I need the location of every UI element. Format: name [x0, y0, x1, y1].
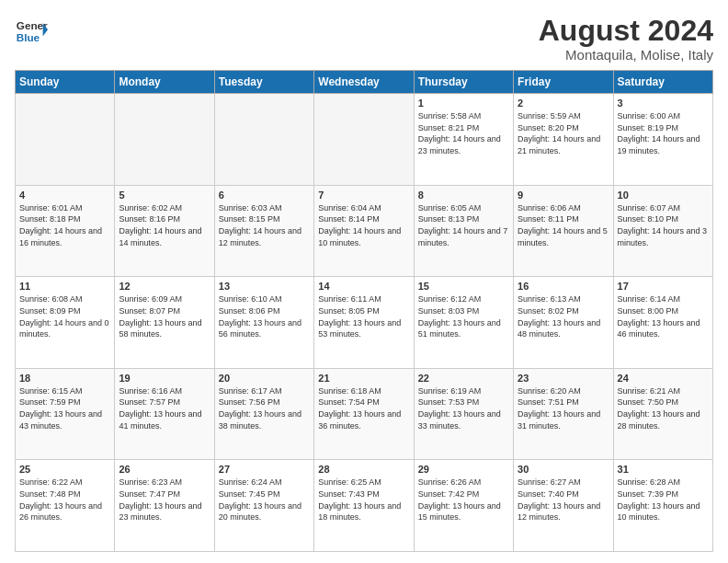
day-number: 24: [618, 373, 709, 384]
day-info: Sunrise: 6:20 AM Sunset: 7:51 PM Dayligh…: [518, 385, 609, 431]
day-number: 12: [119, 281, 210, 292]
header-monday: Monday: [115, 71, 214, 94]
calendar-cell: 20Sunrise: 6:17 AM Sunset: 7:56 PM Dayli…: [214, 368, 313, 460]
logo-icon: General Blue: [15, 15, 48, 48]
calendar-cell: 2Sunrise: 5:59 AM Sunset: 8:20 PM Daylig…: [514, 94, 613, 186]
day-number: 31: [618, 464, 709, 475]
calendar-cell: 12Sunrise: 6:09 AM Sunset: 8:07 PM Dayli…: [115, 277, 214, 369]
calendar-cell: [214, 94, 313, 186]
day-number: 5: [119, 190, 210, 201]
calendar-cell: 25Sunrise: 6:22 AM Sunset: 7:48 PM Dayli…: [16, 460, 115, 552]
calendar-cell: 3Sunrise: 6:00 AM Sunset: 8:19 PM Daylig…: [613, 94, 712, 186]
day-info: Sunrise: 6:08 AM Sunset: 8:09 PM Dayligh…: [19, 293, 110, 339]
day-number: 29: [418, 464, 509, 475]
day-number: 25: [19, 464, 110, 475]
day-info: Sunrise: 6:22 AM Sunset: 7:48 PM Dayligh…: [19, 477, 110, 523]
day-number: 17: [618, 281, 709, 292]
day-info: Sunrise: 6:21 AM Sunset: 7:50 PM Dayligh…: [618, 385, 709, 431]
svg-text:Blue: Blue: [17, 31, 40, 43]
day-number: 9: [518, 190, 609, 201]
title-block: August 2024 Montaquila, Molise, Italy: [539, 15, 713, 63]
header-sunday: Sunday: [16, 71, 115, 94]
calendar-cell: 30Sunrise: 6:27 AM Sunset: 7:40 PM Dayli…: [514, 460, 613, 552]
calendar-cell: 26Sunrise: 6:23 AM Sunset: 7:47 PM Dayli…: [115, 460, 214, 552]
header-thursday: Thursday: [414, 71, 513, 94]
day-number: 16: [518, 281, 609, 292]
calendar-cell: 27Sunrise: 6:24 AM Sunset: 7:45 PM Dayli…: [214, 460, 313, 552]
day-info: Sunrise: 6:24 AM Sunset: 7:45 PM Dayligh…: [219, 477, 310, 523]
calendar-cell: 18Sunrise: 6:15 AM Sunset: 7:59 PM Dayli…: [16, 368, 115, 460]
day-info: Sunrise: 6:02 AM Sunset: 8:16 PM Dayligh…: [119, 202, 210, 248]
calendar-cell: 19Sunrise: 6:16 AM Sunset: 7:57 PM Dayli…: [115, 368, 214, 460]
calendar-cell: 14Sunrise: 6:11 AM Sunset: 8:05 PM Dayli…: [314, 277, 414, 369]
day-info: Sunrise: 6:10 AM Sunset: 8:06 PM Dayligh…: [219, 293, 310, 339]
day-number: 10: [618, 190, 709, 201]
day-number: 8: [418, 190, 509, 201]
day-number: 11: [19, 281, 110, 292]
day-info: Sunrise: 6:06 AM Sunset: 8:11 PM Dayligh…: [518, 202, 609, 248]
day-info: Sunrise: 5:58 AM Sunset: 8:21 PM Dayligh…: [418, 110, 509, 156]
calendar-cell: 15Sunrise: 6:12 AM Sunset: 8:03 PM Dayli…: [414, 277, 513, 369]
day-number: 19: [119, 373, 210, 384]
calendar-table: Sunday Monday Tuesday Wednesday Thursday…: [15, 70, 713, 552]
calendar-week-2: 4Sunrise: 6:01 AM Sunset: 8:18 PM Daylig…: [16, 185, 713, 277]
calendar-cell: 21Sunrise: 6:18 AM Sunset: 7:54 PM Dayli…: [314, 368, 414, 460]
day-number: 22: [418, 373, 509, 384]
calendar-cell: 24Sunrise: 6:21 AM Sunset: 7:50 PM Dayli…: [613, 368, 712, 460]
calendar-cell: 10Sunrise: 6:07 AM Sunset: 8:10 PM Dayli…: [613, 185, 712, 277]
calendar-cell: 23Sunrise: 6:20 AM Sunset: 7:51 PM Dayli…: [514, 368, 613, 460]
calendar-cell: [115, 94, 214, 186]
day-number: 7: [318, 190, 409, 201]
calendar-cell: 31Sunrise: 6:28 AM Sunset: 7:39 PM Dayli…: [613, 460, 712, 552]
calendar-cell: 7Sunrise: 6:04 AM Sunset: 8:14 PM Daylig…: [314, 185, 414, 277]
calendar-cell: 11Sunrise: 6:08 AM Sunset: 8:09 PM Dayli…: [16, 277, 115, 369]
calendar-week-1: 1Sunrise: 5:58 AM Sunset: 8:21 PM Daylig…: [16, 94, 713, 186]
day-info: Sunrise: 6:01 AM Sunset: 8:18 PM Dayligh…: [19, 202, 110, 248]
header-wednesday: Wednesday: [314, 71, 414, 94]
calendar-cell: 4Sunrise: 6:01 AM Sunset: 8:18 PM Daylig…: [16, 185, 115, 277]
day-info: Sunrise: 6:11 AM Sunset: 8:05 PM Dayligh…: [318, 293, 409, 339]
location: Montaquila, Molise, Italy: [539, 47, 713, 63]
calendar-cell: 22Sunrise: 6:19 AM Sunset: 7:53 PM Dayli…: [414, 368, 513, 460]
day-info: Sunrise: 6:27 AM Sunset: 7:40 PM Dayligh…: [518, 477, 609, 523]
day-info: Sunrise: 5:59 AM Sunset: 8:20 PM Dayligh…: [518, 110, 609, 156]
header: General Blue August 2024 Montaquila, Mol…: [15, 15, 713, 63]
day-number: 27: [219, 464, 310, 475]
calendar-cell: 5Sunrise: 6:02 AM Sunset: 8:16 PM Daylig…: [115, 185, 214, 277]
day-info: Sunrise: 6:28 AM Sunset: 7:39 PM Dayligh…: [618, 477, 709, 523]
day-info: Sunrise: 6:18 AM Sunset: 7:54 PM Dayligh…: [318, 385, 409, 431]
day-info: Sunrise: 6:04 AM Sunset: 8:14 PM Dayligh…: [318, 202, 409, 248]
day-number: 15: [418, 281, 509, 292]
header-saturday: Saturday: [613, 71, 712, 94]
day-number: 20: [219, 373, 310, 384]
day-info: Sunrise: 6:12 AM Sunset: 8:03 PM Dayligh…: [418, 293, 509, 339]
day-info: Sunrise: 6:25 AM Sunset: 7:43 PM Dayligh…: [318, 477, 409, 523]
day-info: Sunrise: 6:14 AM Sunset: 8:00 PM Dayligh…: [618, 293, 709, 339]
day-number: 18: [19, 373, 110, 384]
day-number: 1: [418, 98, 509, 109]
day-info: Sunrise: 6:15 AM Sunset: 7:59 PM Dayligh…: [19, 385, 110, 431]
day-number: 3: [618, 98, 709, 109]
day-info: Sunrise: 6:00 AM Sunset: 8:19 PM Dayligh…: [618, 110, 709, 156]
calendar-cell: 29Sunrise: 6:26 AM Sunset: 7:42 PM Dayli…: [414, 460, 513, 552]
calendar-cell: 16Sunrise: 6:13 AM Sunset: 8:02 PM Dayli…: [514, 277, 613, 369]
calendar-cell: 13Sunrise: 6:10 AM Sunset: 8:06 PM Dayli…: [214, 277, 313, 369]
day-number: 13: [219, 281, 310, 292]
day-number: 6: [219, 190, 310, 201]
day-number: 2: [518, 98, 609, 109]
day-info: Sunrise: 6:05 AM Sunset: 8:13 PM Dayligh…: [418, 202, 509, 248]
day-info: Sunrise: 6:07 AM Sunset: 8:10 PM Dayligh…: [618, 202, 709, 248]
calendar-week-3: 11Sunrise: 6:08 AM Sunset: 8:09 PM Dayli…: [16, 277, 713, 369]
calendar-cell: 17Sunrise: 6:14 AM Sunset: 8:00 PM Dayli…: [613, 277, 712, 369]
month-year: August 2024: [539, 15, 713, 47]
day-info: Sunrise: 6:17 AM Sunset: 7:56 PM Dayligh…: [219, 385, 310, 431]
calendar-week-4: 18Sunrise: 6:15 AM Sunset: 7:59 PM Dayli…: [16, 368, 713, 460]
calendar-cell: 9Sunrise: 6:06 AM Sunset: 8:11 PM Daylig…: [514, 185, 613, 277]
day-info: Sunrise: 6:13 AM Sunset: 8:02 PM Dayligh…: [518, 293, 609, 339]
day-number: 14: [318, 281, 409, 292]
day-info: Sunrise: 6:26 AM Sunset: 7:42 PM Dayligh…: [418, 477, 509, 523]
calendar-cell: 1Sunrise: 5:58 AM Sunset: 8:21 PM Daylig…: [414, 94, 513, 186]
day-number: 26: [119, 464, 210, 475]
day-number: 21: [318, 373, 409, 384]
calendar-cell: [16, 94, 115, 186]
